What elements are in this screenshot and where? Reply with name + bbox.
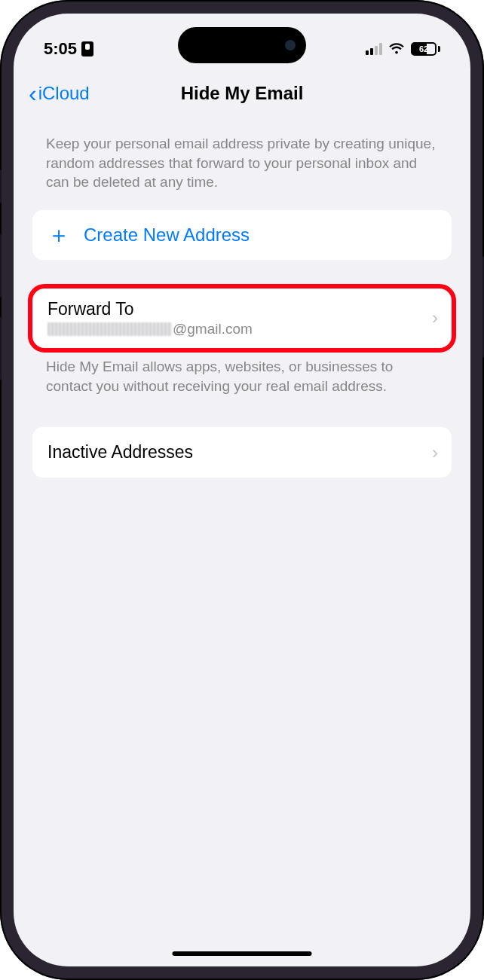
status-right: 62	[366, 42, 440, 56]
plus-icon: ＋	[47, 224, 70, 246]
redacted-email-prefix	[47, 322, 172, 336]
forward-to-row[interactable]: Forward To @gmail.com ›	[32, 289, 452, 348]
forward-to-email: @gmail.com	[47, 321, 253, 337]
create-new-address-button[interactable]: ＋ Create New Address	[32, 210, 452, 260]
forward-to-title: Forward To	[47, 299, 134, 319]
status-time: 5:05	[44, 39, 77, 59]
screen: 5:05 62 ‹ iCloud Hide My E	[14, 14, 470, 966]
page-title: Hide My Email	[181, 83, 304, 104]
back-button[interactable]: ‹ iCloud	[29, 81, 90, 105]
chevron-right-icon: ›	[432, 442, 438, 463]
forward-to-footer: Hide My Email allows apps, websites, or …	[32, 348, 452, 395]
create-address-label: Create New Address	[84, 224, 250, 246]
chevron-right-icon: ›	[432, 307, 438, 328]
volume-up-button	[0, 234, 2, 298]
silent-switch	[0, 169, 2, 203]
inactive-addresses-group: Inactive Addresses ›	[32, 427, 452, 478]
battery-icon: 62	[411, 42, 440, 56]
dynamic-island	[178, 27, 306, 63]
forward-to-group: Forward To @gmail.com ›	[32, 289, 452, 348]
home-indicator[interactable]	[173, 951, 312, 956]
back-label: iCloud	[38, 83, 90, 104]
chevron-left-icon: ‹	[29, 81, 37, 105]
phone-frame: 5:05 62 ‹ iCloud Hide My E	[0, 0, 484, 980]
orientation-lock-icon	[81, 41, 93, 56]
inactive-addresses-row[interactable]: Inactive Addresses ›	[32, 427, 452, 478]
navigation-bar: ‹ iCloud Hide My Email	[14, 74, 470, 119]
header-description: Keep your personal email address private…	[32, 119, 452, 210]
battery-percent: 62	[419, 44, 428, 53]
wifi-icon	[388, 43, 405, 55]
volume-down-button	[0, 316, 2, 380]
cellular-signal-icon	[366, 43, 382, 55]
inactive-addresses-label: Inactive Addresses	[47, 442, 193, 463]
create-address-group: ＋ Create New Address	[32, 210, 452, 260]
email-suffix: @gmail.com	[173, 321, 253, 337]
content-area: Keep your personal email address private…	[14, 119, 470, 478]
status-left: 5:05	[44, 39, 93, 59]
